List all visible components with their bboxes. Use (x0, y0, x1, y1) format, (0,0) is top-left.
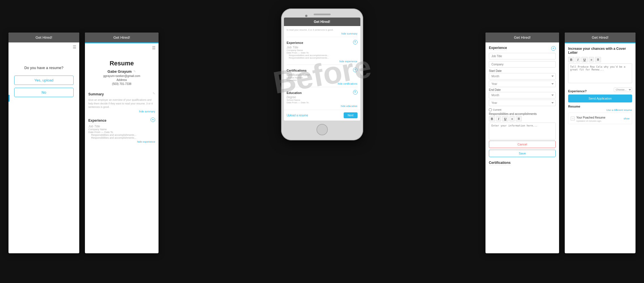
underline-btn-4[interactable]: U (502, 116, 508, 121)
add-experience-btn-2[interactable]: + (151, 117, 155, 122)
add-cert-phone[interactable]: + (353, 68, 358, 72)
cover-letter-textarea[interactable] (568, 63, 632, 83)
panel-4: Get Hired! Experience + Start Date Month… (485, 33, 559, 253)
italic-btn-4[interactable]: I (496, 116, 501, 121)
user-address: Address (88, 78, 155, 82)
job-title-input-4[interactable] (489, 53, 556, 59)
phone-speaker (314, 14, 331, 15)
company-2: Company Name (88, 128, 155, 131)
divider-3 (287, 87, 358, 87)
cert-title-4: Certifications (489, 161, 511, 166)
resume-card-time: Updated 13 minutes ago. (576, 120, 622, 122)
bullet-2-2: Responsibilities and accomplishments... (91, 136, 155, 139)
edit-icon-1[interactable]: ✎ (133, 70, 136, 73)
start-month-select[interactable]: Month (489, 73, 556, 80)
resume-card: ▭ Your Poached Resume Updated 13 minutes… (568, 113, 632, 124)
phone-cert-name: Certification Name (287, 73, 358, 76)
hide-cert-phone[interactable]: hide certifications (287, 82, 358, 85)
hamburger-icon-2[interactable]: ☰ (152, 46, 156, 50)
panel-1-title: Get Hired! (35, 35, 52, 40)
phone-bottom-bar: Upload a resume Next (284, 110, 360, 121)
hide-experience-link-2[interactable]: hide experience (88, 140, 155, 143)
resume-label-5: Resume (568, 105, 632, 108)
panel-1-header: Get Hired! (8, 33, 79, 42)
list2-btn-4[interactable]: ≣ (516, 116, 522, 121)
company-input-4[interactable] (489, 61, 556, 68)
list-btn-4[interactable]: ≡ (510, 116, 515, 121)
end-year-select[interactable]: Year (489, 100, 556, 106)
start-year-select[interactable]: Year (489, 81, 556, 87)
hide-edu-phone[interactable]: hide education (287, 105, 358, 108)
bold-btn-5[interactable]: B (568, 57, 574, 62)
panel-1-nav-row: ☰ (8, 42, 79, 52)
phone-exp-title: Experience (287, 41, 303, 44)
phone-screen: Get Hired! to read your resume. 3 or 4 s… (284, 18, 360, 121)
phone-summary-hint: to read your resume. 3 or 4 sentences is… (287, 28, 358, 31)
phone-cert-section: Certifications + Certification Name Lice… (287, 67, 358, 85)
toolbar-row-5: B I U ≡ ≣ (568, 57, 632, 62)
list2-btn-5[interactable]: ≣ (595, 57, 601, 62)
summary-title-2: Summary (88, 92, 104, 97)
left-accent-bar (8, 95, 10, 102)
phone-title: Get Hired! (314, 20, 330, 24)
underline-btn-5[interactable]: U (581, 57, 588, 62)
panel-5-header: Get Hired! (565, 33, 636, 42)
list-btn-5[interactable]: ≡ (589, 57, 594, 62)
panel-5-body: Increase your chances with a Cover Lette… (565, 43, 636, 128)
panel-5-title: Get Hired! (592, 35, 608, 40)
phone-edu-title: Education (287, 91, 302, 95)
show-resume-link[interactable]: show (624, 117, 630, 120)
yes-upload-button[interactable]: Yes, upload (14, 76, 74, 85)
experience-select[interactable]: Choose... (614, 87, 632, 92)
user-name: Gabe Grayum (108, 69, 132, 74)
phone-company: Company Name (287, 49, 358, 52)
experience-label-5: Experience? (568, 89, 587, 93)
panel-2-title: Get Hired! (113, 35, 130, 40)
save-btn-4[interactable]: Save (489, 150, 556, 157)
phone-edu-date: Date From — Date To (287, 101, 358, 104)
panel-2-body: Resume Gabe Grayum ✎ ggrayum+seeker@gmai… (85, 52, 159, 147)
phone-bullet-2: Responsibilities and accomplishments... (289, 57, 358, 59)
start-date-label: Start Date (489, 69, 556, 72)
current-checkbox[interactable] (489, 108, 492, 111)
end-month-select[interactable]: Month (489, 92, 556, 98)
job-title-2: Job Title (88, 125, 155, 128)
phone-container: Get Hired! to read your resume. 3 or 4 s… (281, 8, 363, 140)
user-phone: (503) 701-7338 (88, 82, 155, 86)
next-button-phone[interactable]: Next (344, 112, 358, 118)
hide-summary-phone[interactable]: hide summary (287, 32, 358, 35)
resume-card-info: Your Poached Resume Updated 13 minutes a… (576, 115, 622, 122)
user-email: ggrayum+seeker@gmail.com (88, 74, 155, 78)
add-exp-phone[interactable]: + (353, 40, 358, 44)
exp-title-4: Experience (489, 46, 507, 51)
experience-section-2: Experience + Job Title Company Name Date… (88, 115, 155, 143)
experience-title-2: Experience (88, 119, 106, 123)
resp-textarea-4[interactable] (489, 123, 556, 140)
add-edu-phone[interactable]: + (353, 90, 358, 95)
cancel-btn-4[interactable]: Cancel (489, 141, 556, 148)
use-different-link[interactable]: Use a different resume (568, 109, 632, 112)
no-button[interactable]: No (14, 88, 74, 97)
toolbar-row-4: B I U ≡ ≣ (489, 116, 556, 121)
bold-btn-4[interactable]: B (489, 116, 495, 121)
panel-2-header: Get Hired! (85, 33, 159, 42)
screens-container: Get Hired! ☰ Do you have a resume? Yes, … (0, 0, 644, 283)
phone-header: Get Hired! (284, 18, 360, 26)
hide-exp-phone[interactable]: hide experience (287, 60, 358, 63)
edit-icon-2[interactable]: ✎ (153, 92, 155, 95)
end-date-label: End Date (489, 88, 556, 91)
hide-summary-link-2[interactable]: hide summary (88, 110, 155, 113)
phone-degree: Degree (287, 96, 358, 99)
phone-body: to read your resume. 3 or 4 sentences is… (284, 26, 360, 110)
phone-edu-section: Education + Degree School Name Date From… (287, 89, 358, 108)
upload-resume-link[interactable]: Upload a resume (287, 114, 308, 117)
panel-1-body: Do you have a resume? Yes, upload No (8, 52, 79, 106)
panel-4-title: Get Hired! (514, 35, 530, 40)
italic-btn-5[interactable]: I (575, 57, 580, 62)
hamburger-icon-1[interactable]: ☰ (73, 45, 76, 49)
add-exp-4[interactable]: + (551, 46, 556, 51)
summary-section-2: Summary ✎ Give an employer an overview o… (88, 89, 155, 113)
send-application-btn[interactable]: Send Application (568, 95, 632, 102)
phone-home-button[interactable] (316, 124, 328, 135)
phone-cert-exp: Expiration (287, 79, 358, 82)
